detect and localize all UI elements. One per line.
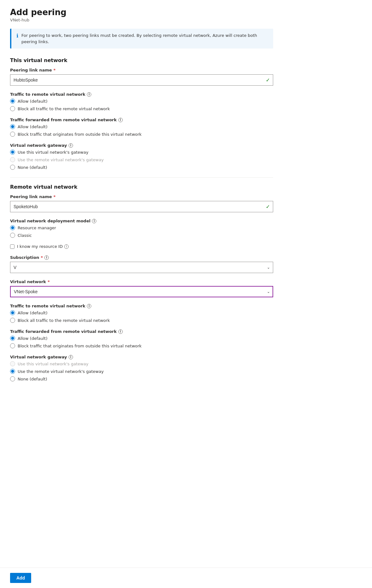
info-banner-text: For peering to work, two peering links m… [21,32,268,45]
remote-traffic-forwarded-info-icon[interactable]: i [118,329,123,334]
remote-gateway-field: Virtual network gateway i Use this virtu… [10,355,273,381]
remote-gw-none-option[interactable]: None (default) [10,376,273,381]
resource-id-field: I know my resource ID i [10,244,273,249]
this-traffic-forwarded-radio-group: Allow (default) Block traffic that origi… [10,124,273,137]
remote-gateway-label: Virtual network gateway i [10,355,273,359]
page-title: Add peering [10,8,273,17]
remote-tfr-allow-radio[interactable] [10,336,15,341]
resource-id-checkbox-item[interactable]: I know my resource ID i [10,244,273,249]
remote-traffic-to-remote-field: Traffic to remote virtual network i Allo… [10,304,273,323]
this-peering-link-name-input[interactable] [10,74,273,86]
this-tfr-block-option[interactable]: Block traffic that originates from outsi… [10,132,273,137]
page-subtitle: VNet-hub [10,18,273,22]
remote-tvr-allow-option[interactable]: Allow (default) [10,310,273,315]
remote-tvr-block-label: Block all traffic to the remote virtual … [18,318,110,323]
dm-rm-label: Resource manager [18,225,56,230]
dm-rm-option[interactable]: Resource manager [10,225,273,230]
info-icon: ℹ [16,33,18,39]
remote-traffic-to-remote-label: Traffic to remote virtual network i [10,304,273,308]
this-tfr-allow-option[interactable]: Allow (default) [10,124,273,129]
remote-gw-this-radio [10,361,15,366]
remote-virtual-network-section: Remote virtual network Peering link name… [10,184,273,381]
dm-classic-radio[interactable] [10,233,15,238]
traffic-to-remote-info-icon[interactable]: i [87,92,91,97]
remote-gw-this-label: Use this virtual network's gateway [18,362,88,366]
check-icon: ✓ [266,77,270,83]
deployment-model-field: Virtual network deployment model i Resou… [10,219,273,238]
remote-tvr-block-radio[interactable] [10,318,15,323]
this-traffic-to-remote-label: Traffic to remote virtual network i [10,92,273,97]
this-gateway-field: Virtual network gateway i Use this virtu… [10,143,273,170]
remote-gw-none-label: None (default) [18,377,47,381]
virtual-network-select[interactable]: VNet-Spoke [10,286,273,297]
remote-tvr-block-option[interactable]: Block all traffic to the remote virtual … [10,318,273,323]
remote-vnet-section-title: Remote virtual network [10,184,273,190]
remote-traffic-forwarded-radio-group: Allow (default) Block traffic that origi… [10,336,273,348]
this-gateway-radio-group: Use this virtual network's gateway Use t… [10,150,273,170]
required-star: * [54,68,56,72]
required-star-remote: * [54,194,56,199]
this-tvr-block-radio[interactable] [10,106,15,111]
this-gw-this-option[interactable]: Use this virtual network's gateway [10,150,273,155]
remote-traffic-forwarded-label: Traffic forwarded from remote virtual ne… [10,329,273,334]
this-traffic-forwarded-field: Traffic forwarded from remote virtual ne… [10,117,273,137]
virtual-network-field: Virtual network * VNet-Spoke ⌄ [10,279,273,297]
this-tfr-block-radio[interactable] [10,132,15,137]
this-traffic-to-remote-field: Traffic to remote virtual network i Allo… [10,92,273,111]
this-peering-link-name-input-wrapper: ✓ [10,74,273,86]
this-tfr-allow-radio[interactable] [10,124,15,129]
remote-gateway-info-icon[interactable]: i [69,355,73,359]
remote-gw-this-option: Use this virtual network's gateway [10,361,273,366]
this-traffic-forwarded-label: Traffic forwarded from remote virtual ne… [10,117,273,122]
dm-classic-label: Classic [18,233,32,238]
this-traffic-to-remote-radio-group: Allow (default) Block all traffic to the… [10,99,273,111]
subscription-required-star: * [41,255,43,260]
resource-id-info-icon[interactable]: i [64,244,69,249]
this-gw-this-radio[interactable] [10,150,15,155]
remote-traffic-forwarded-field: Traffic forwarded from remote virtual ne… [10,329,273,348]
remote-gw-none-radio[interactable] [10,376,15,381]
dm-classic-option[interactable]: Classic [10,233,273,238]
this-peering-link-name-field: Peering link name * ✓ [10,68,273,86]
this-gw-remote-label: Use the remote virtual network's gateway [18,157,104,162]
subscription-info-icon[interactable]: i [44,255,49,260]
remote-peering-link-name-label: Peering link name * [10,194,273,199]
this-gw-remote-option: Use the remote virtual network's gateway [10,157,273,162]
this-tvr-block-option[interactable]: Block all traffic to the remote virtual … [10,106,273,111]
virtual-network-select-wrapper: VNet-Spoke ⌄ [10,286,273,297]
remote-tfr-allow-label: Allow (default) [18,336,48,341]
footer: Add [0,568,372,588]
deployment-model-info-icon[interactable]: i [92,219,96,223]
remote-traffic-to-remote-info-icon[interactable]: i [87,304,91,308]
this-peering-link-name-label: Peering link name * [10,68,273,72]
this-virtual-network-section: This virtual network Peering link name *… [10,57,273,170]
dm-rm-radio[interactable] [10,225,15,230]
resource-id-checkbox[interactable] [10,244,14,249]
section-divider [10,177,273,178]
this-tvr-block-label: Block all traffic to the remote virtual … [18,106,110,111]
subscription-select-wrapper: V ⌄ [10,262,273,273]
remote-gw-remote-label: Use the remote virtual network's gateway [18,369,104,374]
this-gw-none-label: None (default) [18,165,47,170]
remote-gateway-radio-group: Use this virtual network's gateway Use t… [10,361,273,381]
remote-tfr-block-label: Block traffic that originates from outsi… [18,344,142,348]
remote-check-icon: ✓ [266,204,270,210]
remote-tfr-allow-option[interactable]: Allow (default) [10,336,273,341]
this-tvr-allow-radio[interactable] [10,99,15,104]
this-gw-none-radio[interactable] [10,165,15,170]
remote-gw-remote-option[interactable]: Use the remote virtual network's gateway [10,369,273,374]
this-tvr-allow-option[interactable]: Allow (default) [10,99,273,104]
subscription-select[interactable]: V [10,262,273,273]
traffic-forwarded-info-icon[interactable]: i [118,118,123,122]
add-button[interactable]: Add [10,573,31,583]
remote-tvr-allow-radio[interactable] [10,310,15,315]
gateway-info-icon[interactable]: i [69,143,73,148]
resource-id-label: I know my resource ID i [17,244,69,249]
remote-tfr-block-radio[interactable] [10,343,15,348]
this-tfr-allow-label: Allow (default) [18,124,48,129]
remote-peering-link-name-input[interactable] [10,201,273,212]
this-gw-none-option[interactable]: None (default) [10,165,273,170]
remote-gw-remote-radio[interactable] [10,369,15,374]
remote-tfr-block-option[interactable]: Block traffic that originates from outsi… [10,343,273,348]
this-tvr-allow-label: Allow (default) [18,99,48,104]
